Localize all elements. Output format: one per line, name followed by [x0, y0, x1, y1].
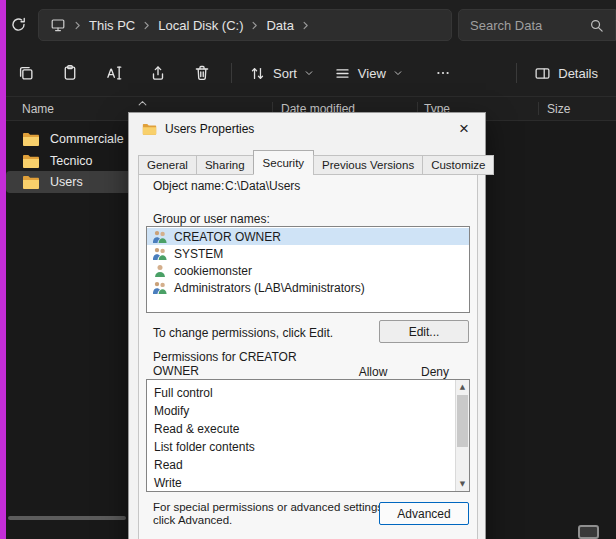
status-bar-icon[interactable] — [578, 525, 599, 539]
object-name-value: C:\Data\Users — [225, 179, 300, 193]
scrollbar-thumb[interactable] — [457, 395, 468, 447]
dialog-title: Users Properties — [165, 122, 254, 136]
tab-customize[interactable]: Customize — [422, 155, 494, 175]
search-input[interactable]: Search Data — [458, 9, 616, 41]
this-pc-icon — [50, 17, 66, 33]
permission-row-list-folder-contents[interactable]: List folder contents — [147, 438, 469, 456]
permission-row-read[interactable]: Read — [147, 456, 469, 474]
folder-icon — [22, 154, 40, 168]
details-label: Details — [558, 66, 598, 81]
tab-strip: General Sharing Security Previous Versio… — [138, 150, 494, 175]
paste-button[interactable] — [48, 57, 92, 89]
breadcrumb-this-pc[interactable]: This PC — [89, 18, 135, 33]
chevron-right-icon[interactable] — [250, 21, 259, 30]
trash-icon — [193, 64, 211, 82]
details-button[interactable]: Details — [524, 58, 608, 89]
tab-sharing[interactable]: Sharing — [196, 155, 254, 175]
column-divider — [538, 102, 539, 115]
folder-icon — [22, 132, 40, 146]
permission-name: Write — [154, 476, 182, 490]
principal-name: cookiemonster — [174, 264, 252, 278]
group-icon — [151, 247, 168, 260]
permission-name: Read — [154, 458, 183, 472]
delete-button[interactable] — [180, 57, 224, 89]
share-icon — [149, 64, 167, 82]
paste-icon — [61, 64, 79, 82]
group-names-list: CREATOR OWNER SYSTEM cookiemonster Admin… — [146, 226, 470, 313]
scroll-down-icon[interactable]: ▼ — [456, 478, 469, 490]
sort-icon — [249, 65, 266, 82]
tab-security[interactable]: Security — [253, 150, 315, 175]
edit-button[interactable]: Edit... — [379, 320, 469, 343]
column-name[interactable]: Name — [22, 102, 54, 116]
file-name: Users — [50, 175, 83, 189]
sort-label: Sort — [273, 66, 297, 81]
tab-general[interactable]: General — [138, 155, 197, 175]
rename-button[interactable] — [92, 57, 136, 89]
command-toolbar: Sort View Details — [0, 50, 616, 97]
close-button[interactable]: × — [452, 118, 476, 140]
column-size[interactable]: Size — [547, 102, 570, 116]
permission-name: Full control — [154, 386, 213, 400]
file-name: Commerciale — [50, 132, 124, 146]
scroll-up-icon[interactable]: ▲ — [456, 381, 469, 393]
sort-button[interactable]: Sort — [239, 58, 324, 89]
principal-name: SYSTEM — [174, 247, 223, 261]
breadcrumb-data[interactable]: Data — [266, 18, 293, 33]
rename-icon — [105, 64, 123, 82]
dialog-titlebar: Users Properties — [142, 122, 254, 136]
vertical-scrollbar[interactable]: ▲ ▼ — [455, 380, 469, 491]
permission-name: Modify — [154, 404, 189, 418]
refresh-button[interactable] — [10, 16, 27, 33]
permission-row-read-execute[interactable]: Read & execute — [147, 420, 469, 438]
horizontal-scrollbar[interactable] — [8, 516, 126, 520]
permission-row-full-control[interactable]: Full control — [147, 384, 469, 402]
view-label: View — [358, 66, 386, 81]
explorer-window: This PC Local Disk (C:) Data Search Data — [0, 0, 616, 539]
group-names-label: Group or user names: — [153, 212, 270, 226]
group-icon — [151, 230, 168, 243]
folder-icon — [22, 175, 40, 189]
object-name-label: Object name: — [153, 179, 224, 193]
permissions-list: Full control Modify Read & execute List … — [146, 379, 470, 492]
more-options-button[interactable] — [425, 58, 461, 88]
permission-name: Read & execute — [154, 422, 239, 436]
background-window-edge — [0, 0, 6, 539]
chevron-right-icon[interactable] — [301, 21, 310, 30]
permission-name: List folder contents — [154, 440, 255, 454]
principal-row-creator-owner[interactable]: CREATOR OWNER — [147, 228, 469, 245]
principal-row-cookiemonster[interactable]: cookiemonster — [147, 262, 469, 279]
permission-row-modify[interactable]: Modify — [147, 402, 469, 420]
refresh-icon — [10, 16, 27, 33]
navigation-bar: This PC Local Disk (C:) Data Search Data — [0, 0, 616, 50]
user-icon — [151, 264, 168, 277]
breadcrumb-local-disk-c[interactable]: Local Disk (C:) — [158, 18, 243, 33]
edit-hint: To change permissions, click Edit. — [153, 326, 333, 340]
users-properties-dialog: Users Properties × General Sharing Secur… — [128, 112, 486, 539]
principal-name: CREATOR OWNER — [174, 230, 281, 244]
toolbar-separator — [231, 63, 232, 83]
chevron-right-icon[interactable] — [73, 21, 82, 30]
chevron-right-icon[interactable] — [142, 21, 151, 30]
address-bar[interactable]: This PC Local Disk (C:) Data — [38, 9, 452, 41]
principal-row-system[interactable]: SYSTEM — [147, 245, 469, 262]
view-button[interactable]: View — [324, 58, 413, 89]
principal-row-administrators[interactable]: Administrators (LAB\Administrators) — [147, 279, 469, 296]
permissions-label: Permissions for CREATOR OWNER — [153, 351, 311, 378]
details-pane-icon — [534, 65, 551, 82]
copy-button[interactable] — [4, 57, 48, 89]
toolbar-separator — [516, 63, 517, 83]
chevron-down-icon — [393, 68, 403, 78]
share-button[interactable] — [136, 57, 180, 89]
allow-column-header: Allow — [351, 365, 395, 379]
folder-icon — [142, 123, 157, 135]
deny-column-header: Deny — [413, 365, 457, 379]
tab-previous-versions[interactable]: Previous Versions — [313, 155, 423, 175]
permission-row-write[interactable]: Write — [147, 474, 469, 492]
group-icon — [151, 281, 168, 294]
chevron-down-icon — [304, 68, 314, 78]
advanced-button[interactable]: Advanced — [379, 502, 469, 525]
file-name: Tecnico — [50, 154, 92, 168]
search-placeholder: Search Data — [470, 18, 542, 33]
sort-ascending-icon — [138, 100, 147, 106]
